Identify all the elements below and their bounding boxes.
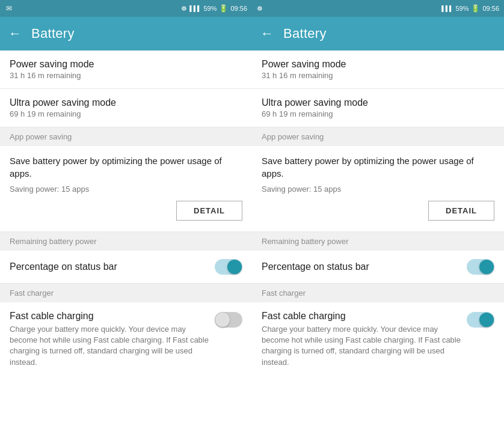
remaining-header-left: Remaining battery power (0, 232, 252, 251)
header-right: ← Battery (252, 17, 504, 50)
power-saving-title-left: Power saving mode (10, 59, 242, 70)
detail-button-left[interactable]: DETAIL (176, 201, 242, 221)
power-saving-mode-right[interactable]: Power saving mode 31 h 16 m remaining (252, 50, 504, 89)
fast-cable-desc-left: Charge your battery more quickly. Your d… (10, 324, 209, 368)
left-panel: ✉ ☸ ▌▌▌ 59% 🔋 09:56 ← Battery Power savi… (0, 0, 252, 446)
time-right: 09:56 (482, 5, 499, 12)
content-right: Power saving mode 31 h 16 m remaining Ul… (252, 50, 504, 446)
power-saving-sub-right: 31 h 16 m remaining (262, 71, 494, 80)
remaining-header-right: Remaining battery power (252, 232, 504, 251)
saving-power-left: Saving power: 15 apps (10, 185, 242, 194)
percentage-label-left: Percentage on status bar (10, 261, 117, 272)
fast-charger-header-left: Fast charger (0, 284, 252, 302)
fast-cable-knob-left (215, 313, 230, 327)
power-saving-mode-left[interactable]: Power saving mode 31 h 16 m remaining (0, 50, 252, 89)
wifi-icon-left: ☸ (181, 5, 187, 13)
app-power-header-right: App power saving (252, 127, 504, 146)
power-saving-sub-left: 31 h 16 m remaining (10, 71, 242, 80)
percentage-toggle-row-right[interactable]: Percentage on status bar (252, 251, 504, 284)
fast-cable-desc-right: Charge your battery more quickly. Your d… (262, 324, 461, 368)
battery-icon-right: 🔋 (471, 4, 480, 13)
ultra-power-title-left: Ultra power saving mode (10, 97, 242, 108)
fast-cable-section-right: Fast cable charging Charge your battery … (252, 302, 504, 376)
percentage-toggle-row-left[interactable]: Percentage on status bar (0, 251, 252, 284)
ultra-power-sub-right: 69 h 19 m remaining (262, 109, 494, 118)
battery-pct-right: 59% (455, 5, 469, 12)
fast-cable-toggle-right[interactable] (467, 312, 494, 328)
app-power-desc-left: Save battery power by optimizing the pow… (10, 154, 242, 180)
fast-cable-toggle-left[interactable] (215, 312, 242, 328)
percentage-toggle-knob-left (227, 260, 242, 274)
percentage-toggle-left[interactable] (215, 259, 242, 275)
content-left: Power saving mode 31 h 16 m remaining Ul… (0, 50, 252, 446)
page-title-left: Battery (31, 26, 75, 41)
app-power-header-left: App power saving (0, 127, 252, 146)
ultra-power-sub-left: 69 h 19 m remaining (10, 109, 242, 118)
fast-cable-title-right: Fast cable charging (262, 311, 461, 322)
screenshot-icon: ✉ (5, 4, 12, 13)
fast-cable-title-left: Fast cable charging (10, 311, 209, 322)
app-power-section-left: Save battery power by optimizing the pow… (0, 146, 252, 232)
time-left: 09:56 (230, 5, 247, 12)
header-left: ← Battery (0, 17, 252, 50)
fast-cable-text-right: Fast cable charging Charge your battery … (262, 311, 461, 368)
fast-cable-section-left: Fast cable charging Charge your battery … (0, 302, 252, 376)
percentage-toggle-knob-right (479, 260, 494, 274)
fast-cable-toggle-container-right (467, 311, 494, 328)
fast-cable-text-left: Fast cable charging Charge your battery … (10, 311, 209, 368)
fast-charger-header-right: Fast charger (252, 284, 504, 302)
app-power-section-right: Save battery power by optimizing the pow… (252, 146, 504, 232)
ultra-power-saving-right[interactable]: Ultra power saving mode 69 h 19 m remain… (252, 89, 504, 127)
status-bar-left: ✉ ☸ ▌▌▌ 59% 🔋 09:56 (0, 0, 252, 17)
saving-power-right: Saving power: 15 apps (262, 185, 494, 194)
battery-icon-left: 🔋 (219, 4, 228, 13)
ultra-power-title-right: Ultra power saving mode (262, 97, 494, 108)
signal-icon-left: ▌▌▌ (189, 5, 201, 11)
power-saving-title-right: Power saving mode (262, 59, 494, 70)
back-button-right[interactable]: ← (260, 26, 274, 41)
fast-cable-toggle-container-left (215, 311, 242, 328)
detail-button-right[interactable]: DETAIL (428, 201, 494, 221)
battery-pct-left: 59% (203, 5, 217, 12)
back-button-left[interactable]: ← (8, 26, 22, 41)
signal-icon-right: ▌▌▌ (441, 5, 453, 11)
percentage-toggle-right[interactable] (467, 259, 494, 275)
app-power-desc-right: Save battery power by optimizing the pow… (262, 154, 494, 180)
fast-cable-knob-right (479, 313, 494, 327)
right-panel: ☸ ▌▌▌ 59% 🔋 09:56 ← Battery Power saving… (252, 0, 504, 446)
wifi-icon-right: ☸ (257, 5, 263, 13)
status-bar-right: ☸ ▌▌▌ 59% 🔋 09:56 (252, 0, 504, 17)
percentage-label-right: Percentage on status bar (262, 261, 369, 272)
page-title-right: Battery (283, 26, 327, 41)
ultra-power-saving-left[interactable]: Ultra power saving mode 69 h 19 m remain… (0, 89, 252, 127)
